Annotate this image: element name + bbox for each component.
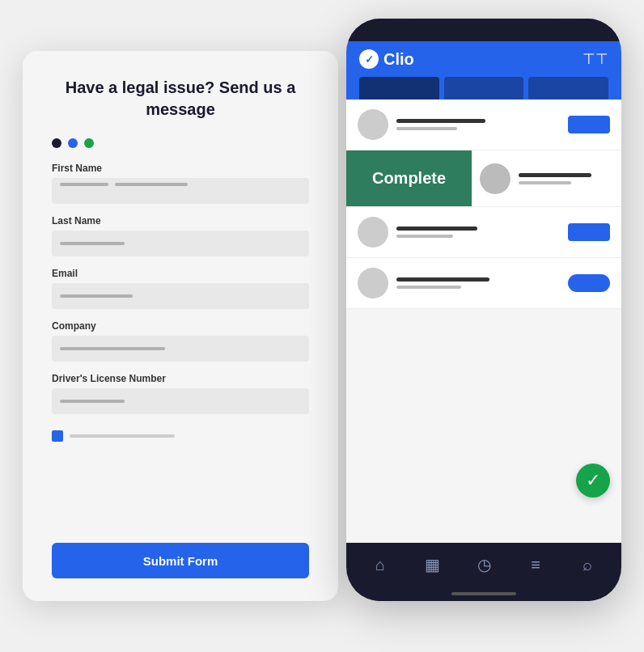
tab-3[interactable] <box>528 77 608 99</box>
list-item-3[interactable] <box>346 207 621 258</box>
nav-calendar-icon[interactable]: ▦ <box>417 550 447 579</box>
clio-check-icon: ✓ <box>359 49 379 69</box>
dot-3 <box>84 138 94 148</box>
item-line1-1 <box>396 119 485 123</box>
first-name-label: First Name <box>52 163 309 174</box>
nav-clock-icon[interactable]: ◷ <box>469 550 498 579</box>
email-label: Email <box>52 268 309 279</box>
nav-search-icon[interactable]: ⌕ <box>573 550 602 579</box>
list-item-2[interactable]: Complete <box>346 150 621 207</box>
card-title: Have a legal issue? Send us a message <box>52 77 309 121</box>
item-line1-3 <box>396 227 477 231</box>
app-tabs <box>359 77 608 99</box>
phone-notch <box>443 23 524 37</box>
avatar-4 <box>358 268 388 298</box>
last-name-group: Last Name <box>52 215 309 256</box>
tab-2[interactable] <box>444 77 524 99</box>
card-header: Have a legal issue? Send us a message <box>52 77 309 121</box>
dot-2 <box>68 138 78 148</box>
item-line2-2 <box>519 181 571 184</box>
last-name-label: Last Name <box>52 215 309 227</box>
checkbox-text <box>70 434 175 438</box>
first-name-input[interactable] <box>52 178 309 204</box>
first-name-group: First Name <box>52 163 309 204</box>
avatar-2 <box>480 163 511 194</box>
nav-home-icon[interactable]: ⌂ <box>366 550 395 579</box>
list-item-1[interactable] <box>346 99 621 150</box>
phone-screen: ✓ Clio ⊤⊤ <box>346 41 621 586</box>
license-label: Driver's License Number <box>52 373 309 384</box>
item-text-2 <box>519 173 610 184</box>
item-line1-2 <box>519 173 591 177</box>
tab-1[interactable] <box>359 77 439 99</box>
avatar-1 <box>358 109 388 140</box>
phone-notch-bar <box>346 19 621 41</box>
item-text-3 <box>396 227 560 238</box>
complete-text: Complete <box>372 169 446 188</box>
license-input[interactable] <box>52 388 309 414</box>
app-bar-top: ✓ Clio ⊤⊤ <box>359 49 608 69</box>
email-input[interactable] <box>52 283 309 309</box>
list-item-4[interactable] <box>346 258 621 309</box>
clio-logo: ✓ Clio <box>359 49 414 69</box>
app-bar: ✓ Clio ⊤⊤ <box>346 41 621 99</box>
checkbox-row <box>52 430 309 442</box>
action-btn-3[interactable] <box>568 223 610 241</box>
item-text-4 <box>396 277 560 289</box>
complete-overlay: Complete <box>346 150 472 206</box>
fab-button[interactable]: ✓ <box>576 464 610 497</box>
phone-bottom-bar <box>346 586 621 601</box>
action-btn-4[interactable] <box>568 274 610 292</box>
filter-icon[interactable]: ⊤⊤ <box>583 50 608 68</box>
company-label: Company <box>52 320 309 332</box>
item-text-1 <box>396 119 560 130</box>
phone-device: ✓ Clio ⊤⊤ <box>346 19 621 601</box>
dots-row <box>52 138 309 148</box>
app-name: Clio <box>383 50 414 69</box>
submit-button[interactable]: Submit Form <box>52 543 309 578</box>
item-line1-4 <box>396 277 489 282</box>
checkbox[interactable] <box>52 430 63 442</box>
scene: Have a legal issue? Send us a message Fi… <box>23 19 621 633</box>
action-btn-1[interactable] <box>568 116 610 133</box>
item-line2-4 <box>396 286 461 289</box>
license-group: Driver's License Number <box>52 373 309 414</box>
nav-menu-icon[interactable]: ≡ <box>521 550 550 579</box>
dot-1 <box>52 138 61 148</box>
company-group: Company <box>52 320 309 362</box>
company-input[interactable] <box>52 336 309 362</box>
last-name-input[interactable] <box>52 231 309 256</box>
bottom-nav: ⌂ ▦ ◷ ≡ ⌕ <box>346 543 621 586</box>
email-group: Email <box>52 268 309 309</box>
home-indicator <box>451 592 516 595</box>
item-line2-1 <box>396 127 457 130</box>
list-content: Complete <box>346 99 621 543</box>
avatar-3 <box>358 217 388 248</box>
item-line2-3 <box>396 235 453 238</box>
web-form-card: Have a legal issue? Send us a message Fi… <box>23 51 338 601</box>
